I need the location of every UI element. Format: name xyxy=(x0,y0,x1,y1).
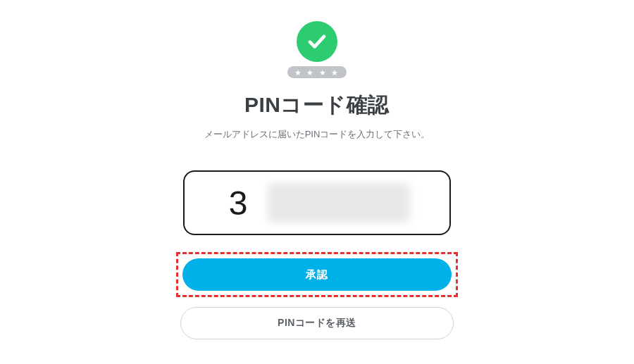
pin-stars-badge: ★ ★ ★ ★ xyxy=(287,66,346,78)
pin-input-box[interactable]: 3 xyxy=(183,170,451,235)
stars-text: ★ ★ ★ ★ xyxy=(294,68,339,77)
highlight-annotation: 承認 xyxy=(176,252,458,297)
page-title: PINコード確認 xyxy=(244,91,390,120)
pin-digit-1: 3 xyxy=(224,184,252,222)
pin-masked-area xyxy=(268,183,410,222)
success-check-icon xyxy=(297,21,337,62)
verification-icon-group: ★ ★ ★ ★ xyxy=(287,21,346,78)
resend-pin-button[interactable]: PINコードを再送 xyxy=(180,307,454,339)
confirm-button[interactable]: 承認 xyxy=(182,258,452,291)
page-subtitle: メールアドレスに届いたPINコードを入力して下さい。 xyxy=(204,128,430,141)
